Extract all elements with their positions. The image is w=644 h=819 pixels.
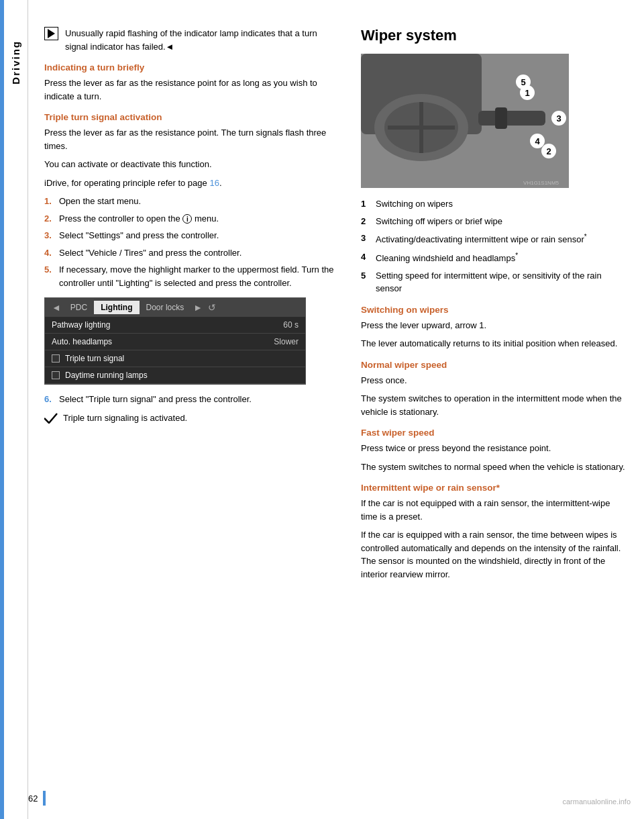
step-2: 2. Press the controller to open the i me…	[44, 212, 337, 226]
switching-para1: Press the lever upward, arrow 1.	[361, 319, 628, 332]
normal-para1: Press once.	[361, 374, 628, 387]
svg-text:5: 5	[521, 77, 525, 87]
step-4-num: 4.	[44, 246, 55, 260]
step-3-num: 3.	[44, 229, 55, 242]
item-5-num: 5	[361, 269, 370, 295]
item-2-num: 2	[361, 215, 370, 228]
checkmark-icon	[44, 413, 58, 424]
fast-para2: The system switches to normal speed when…	[361, 461, 628, 474]
svg-text:2: 2	[546, 146, 551, 156]
section-heading-intermittent: Intermittent wipe or rain sensor*	[361, 483, 628, 493]
section-heading-turn-briefly: Indicating a turn briefly	[44, 62, 337, 73]
step-2-num: 2.	[44, 212, 55, 226]
wiper-item-3: 3 Activating/deactivating intermittent w…	[361, 232, 628, 246]
left-column: Unusually rapid flashing of the indicato…	[28, 13, 350, 806]
step-4-text: Select "Vehicle / Tires" and press the c…	[59, 246, 241, 260]
step-2-text: Press the controller to open the i menu.	[59, 212, 219, 226]
idrive-row-triple: Triple turn signal	[45, 350, 305, 367]
step-5-num: 5.	[44, 263, 55, 289]
step-3: 3. Select "Settings" and press the contr…	[44, 229, 337, 242]
step-1: 1. Open the start menu.	[44, 195, 337, 208]
section-heading-triple: Triple turn signal activation	[44, 112, 337, 122]
step-5: 5. If necessary, move the highlight mark…	[44, 263, 337, 289]
idrive-row-daytime: Daytime running lamps	[45, 367, 305, 384]
step6-list: 6. Select "Triple turn signal" and press…	[44, 393, 337, 406]
wiper-diagram: 1 2 3 4 5 VH1G1S1NM5	[361, 54, 569, 188]
daytime-checkbox	[52, 371, 60, 379]
page-link[interactable]: 16	[209, 178, 219, 188]
triple-para2: You can activate or deactivate this func…	[44, 158, 337, 171]
normal-para2: The system switches to operation in the …	[361, 392, 628, 418]
item-3-num: 3	[361, 232, 370, 246]
headlamps-label: Auto. headlamps	[52, 337, 274, 346]
headlamps-value: Slower	[274, 337, 299, 346]
tab-pdc: PDC	[64, 301, 94, 314]
svg-rect-6	[478, 111, 545, 126]
right-column: Wiper system	[350, 13, 644, 806]
main-content: Unusually rapid flashing of the indicato…	[28, 0, 644, 819]
step-5-text: If necessary, move the highlight marker …	[59, 263, 337, 289]
step-6: 6. Select "Triple turn signal" and press…	[44, 393, 337, 406]
sidebar-label: Driving	[10, 40, 21, 85]
confirm-text: Triple turn signaling is activated.	[63, 413, 187, 423]
step-1-text: Open the start menu.	[59, 195, 141, 208]
note-text: Unusually rapid flashing of the indicato…	[65, 27, 337, 53]
note-icon-box	[44, 27, 58, 40]
step-6-text: Select "Triple turn signal" and press th…	[59, 393, 252, 406]
steps-list: 1. Open the start menu. 2. Press the con…	[44, 195, 337, 289]
triple-label: Triple turn signal	[65, 354, 299, 363]
idrive-tabs: ◄ PDC Lighting Door locks ► ↺	[45, 298, 305, 317]
note-block: Unusually rapid flashing of the indicato…	[44, 27, 337, 53]
arrow-icon	[48, 29, 55, 38]
step-1-num: 1.	[44, 195, 55, 208]
step-4: 4. Select "Vehicle / Tires" and press th…	[44, 246, 337, 260]
i-menu-icon: i	[182, 214, 192, 224]
svg-rect-7	[495, 107, 507, 129]
section-heading-fast: Fast wiper speed	[361, 428, 628, 438]
intermittent-para1: If the car is not equipped with a rain s…	[361, 497, 628, 523]
daytime-label: Daytime running lamps	[65, 371, 299, 380]
idrive-row-pathway: Pathway lighting 60 s	[45, 317, 305, 334]
page-heading: Wiper system	[361, 27, 628, 44]
triple-checkbox	[52, 354, 60, 363]
section-heading-normal: Normal wiper speed	[361, 360, 628, 370]
pathway-label: Pathway lighting	[52, 320, 283, 330]
intermittent-para2: If the car is equipped with a rain senso…	[361, 528, 628, 581]
watermark: carmanualonline.info	[562, 798, 631, 806]
wiper-item-5: 5 Setting speed for intermittent wipe, o…	[361, 269, 628, 295]
wiper-svg: 1 2 3 4 5 VH1G1S1NM5	[361, 54, 569, 188]
item-1-text: Switching on wipers	[376, 197, 453, 211]
item-1-num: 1	[361, 197, 370, 211]
sidebar: Driving	[4, 0, 28, 819]
item-5-text: Setting speed for intermittent wipe, or …	[376, 269, 628, 295]
triple-para1: Press the lever as far as the resistance…	[44, 126, 337, 152]
step-6-num: 6.	[44, 393, 55, 406]
idrive-screen: ◄ PDC Lighting Door locks ► ↺ Pathway li…	[44, 297, 306, 385]
tab-doorlocks: Door locks	[140, 301, 191, 314]
svg-text:4: 4	[535, 136, 540, 146]
pathway-value: 60 s	[283, 320, 299, 330]
svg-text:1: 1	[525, 88, 529, 98]
wiper-item-4: 4 Cleaning windshield and headlamps*	[361, 250, 628, 265]
tab-lighting: Lighting	[94, 301, 139, 314]
svg-text:VH1G1S1NM5: VH1G1S1NM5	[523, 180, 559, 186]
triple-para3: iDrive, for operating principle refer to…	[44, 177, 337, 190]
fast-para1: Press twice or press beyond the resistan…	[361, 442, 628, 455]
wiper-item-2: 2 Switching off wipers or brief wipe	[361, 215, 628, 228]
wiper-items-list: 1 Switching on wipers 2 Switching off wi…	[361, 197, 628, 295]
item-3-text: Activating/deactivating intermittent wip…	[376, 232, 587, 246]
step-3-text: Select "Settings" and press the controll…	[59, 229, 219, 242]
item-4-text: Cleaning windshield and headlamps*	[376, 250, 518, 265]
item-2-text: Switching off wipers or brief wipe	[376, 215, 502, 228]
item-4-num: 4	[361, 250, 370, 265]
page-number: 62	[28, 793, 38, 804]
svg-text:3: 3	[556, 113, 561, 124]
tab-next-arrow: ►	[191, 302, 205, 313]
idrive-row-headlamps: Auto. headlamps Slower	[45, 334, 305, 350]
tab-prev-arrow: ◄	[49, 302, 64, 313]
confirm-block: Triple turn signaling is activated.	[44, 413, 337, 424]
switching-para2: The lever automatically returns to its i…	[361, 337, 628, 350]
turn-briefly-body: Press the lever as far as the resistance…	[44, 77, 337, 103]
page-blue-bar	[43, 791, 46, 806]
tab-refresh-icon: ↺	[205, 302, 219, 313]
